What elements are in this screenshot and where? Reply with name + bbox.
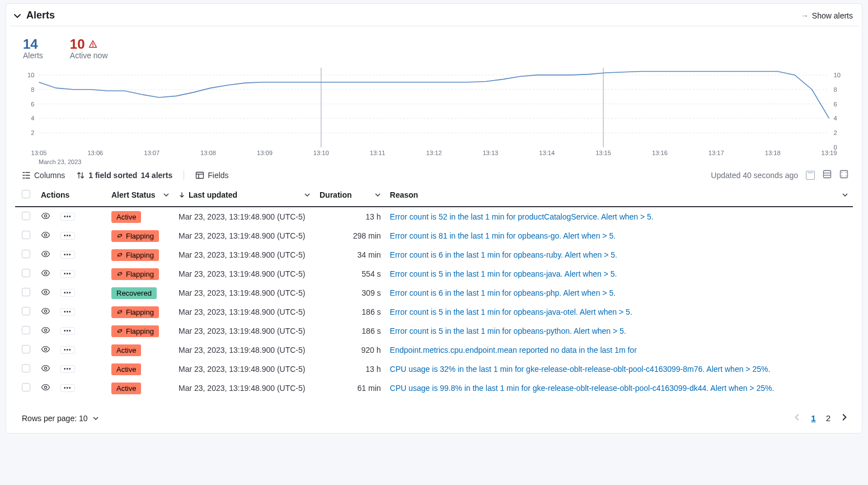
row-checkbox[interactable] [22, 250, 30, 258]
reason-link[interactable]: Endpoint.metrics.cpu.endpoint.mean repor… [390, 346, 637, 355]
svg-point-43 [44, 234, 46, 236]
table-footer: Rows per page: 10 1 2 [6, 398, 862, 433]
page-2[interactable]: 2 [826, 413, 831, 423]
status-badge: Flapping [111, 230, 159, 242]
reason-link[interactable]: Error count is 81 in the last 1 min for … [390, 231, 616, 240]
table-row: •••FlappingMar 23, 2023, 13:19:48.900 (U… [15, 321, 853, 341]
reason-link[interactable]: CPU usage is 32% in the last 1 min for g… [390, 365, 771, 374]
more-actions-button[interactable]: ••• [60, 270, 75, 278]
view-details-button[interactable] [41, 344, 50, 356]
chevron-down-icon [163, 192, 170, 198]
density-icon[interactable] [823, 170, 832, 180]
reason-link[interactable]: Error count is 6 in the last 1 min for o… [390, 250, 617, 259]
select-all-checkbox[interactable] [22, 190, 30, 198]
table-row: •••ActiveMar 23, 2023, 13:19:48.900 (UTC… [15, 341, 853, 360]
svg-point-48 [44, 329, 46, 331]
cell-duration: 61 min [320, 384, 381, 393]
row-checkbox[interactable] [22, 231, 30, 239]
view-details-button[interactable] [41, 306, 50, 318]
row-checkbox[interactable] [22, 212, 30, 220]
reason-link[interactable]: Error count is 52 in the last 1 min for … [390, 212, 654, 221]
status-badge: Flapping [111, 268, 159, 280]
view-details-button[interactable] [41, 363, 50, 375]
svg-rect-41 [841, 171, 848, 178]
columns-label: Columns [34, 171, 65, 180]
show-alerts-link[interactable]: → Show alerts [801, 11, 853, 20]
view-details-button[interactable] [41, 268, 50, 279]
svg-text:4: 4 [31, 115, 34, 122]
more-actions-button[interactable]: ••• [60, 327, 75, 335]
row-checkbox[interactable] [22, 364, 30, 372]
page-prev[interactable] [793, 413, 801, 423]
status-badge: Active [111, 344, 141, 356]
columns-icon [22, 171, 31, 180]
row-checkbox[interactable] [22, 288, 30, 296]
reason-link[interactable]: Error count is 6 in the last 1 min for o… [390, 288, 616, 297]
rows-per-page[interactable]: Rows per page: 10 [22, 414, 99, 423]
row-checkbox[interactable] [22, 383, 30, 391]
reason-link[interactable]: Error count is 5 in the last 1 min for o… [390, 307, 632, 316]
updated-label: Updated 40 seconds ago [711, 171, 798, 180]
more-actions-button[interactable]: ••• [60, 289, 75, 297]
view-details-button[interactable] [41, 211, 50, 222]
alerts-timeline-chart[interactable]: 224466881010013:0513:0613:0713:0813:0913… [6, 62, 862, 166]
cell-updated: Mar 23, 2023, 13:19:48.900 (UTC-5) [174, 379, 315, 398]
summary-alerts-count: 14 [23, 36, 43, 52]
reason-link[interactable]: CPU usage is 99.8% in the last 1 min for… [390, 384, 775, 393]
more-actions-button[interactable]: ••• [60, 213, 75, 221]
svg-text:8: 8 [31, 86, 34, 93]
more-actions-button[interactable]: ••• [60, 232, 75, 240]
row-checkbox[interactable] [22, 269, 30, 277]
page-next[interactable] [841, 413, 848, 423]
row-checkbox[interactable] [22, 345, 30, 353]
chart-x-date: March 23, 2023 [39, 158, 81, 165]
svg-point-50 [44, 367, 46, 369]
more-actions-button[interactable]: ••• [60, 365, 75, 373]
view-details-button[interactable] [41, 230, 50, 241]
warning-icon [88, 40, 97, 49]
more-actions-button[interactable]: ••• [60, 308, 75, 316]
svg-text:13:08: 13:08 [200, 150, 216, 156]
more-actions-button[interactable]: ••• [60, 251, 75, 259]
header-reason[interactable]: Reason [386, 184, 853, 207]
more-actions-button[interactable]: ••• [60, 384, 75, 392]
view-details-button[interactable] [41, 249, 50, 260]
header-duration[interactable]: Duration [315, 184, 386, 207]
table-row: •••FlappingMar 23, 2023, 13:19:48.900 (U… [15, 226, 853, 245]
row-checkbox[interactable] [22, 307, 30, 315]
table-row: •••ActiveMar 23, 2023, 13:19:48.900 (UTC… [15, 207, 853, 226]
reason-link[interactable]: Error count is 5 in the last 1 min for o… [390, 327, 626, 335]
view-details-button[interactable] [41, 325, 50, 337]
svg-point-42 [44, 214, 46, 217]
svg-text:4: 4 [834, 115, 837, 122]
page-1[interactable]: 1 [811, 413, 815, 423]
fullscreen-icon[interactable] [839, 170, 848, 180]
svg-text:10: 10 [27, 72, 34, 78]
cell-duration: 186 s [320, 327, 381, 335]
status-badge: Flapping [111, 306, 159, 318]
rows-per-page-label: Rows per page: 10 [22, 414, 88, 423]
svg-text:6: 6 [834, 101, 837, 108]
more-actions-button[interactable]: ••• [60, 346, 75, 354]
header-status[interactable]: Alert Status [107, 184, 174, 207]
fields-button[interactable]: Fields [195, 171, 228, 180]
cell-duration: 186 s [320, 307, 381, 316]
svg-text:6: 6 [31, 101, 34, 108]
view-details-button[interactable] [41, 383, 50, 394]
keyboard-shortcuts-icon[interactable] [806, 171, 815, 180]
columns-button[interactable]: Columns [22, 171, 65, 180]
reason-link[interactable]: Error count is 5 in the last 1 min for o… [390, 269, 617, 278]
cell-updated: Mar 23, 2023, 13:19:48.900 (UTC-5) [174, 302, 315, 321]
collapse-toggle[interactable] [12, 10, 23, 21]
sort-button[interactable]: 1 field sorted 14 alerts [76, 171, 172, 180]
view-details-button[interactable] [41, 287, 50, 299]
pagination: 1 2 [793, 413, 848, 423]
svg-point-47 [44, 310, 46, 312]
svg-point-46 [44, 291, 46, 293]
show-alerts-label: Show alerts [812, 11, 853, 20]
cell-duration: 34 min [320, 250, 381, 259]
header-updated[interactable]: Last updated [174, 184, 315, 207]
cell-duration: 13 h [320, 365, 381, 374]
svg-text:13:11: 13:11 [370, 150, 386, 156]
row-checkbox[interactable] [22, 326, 30, 334]
